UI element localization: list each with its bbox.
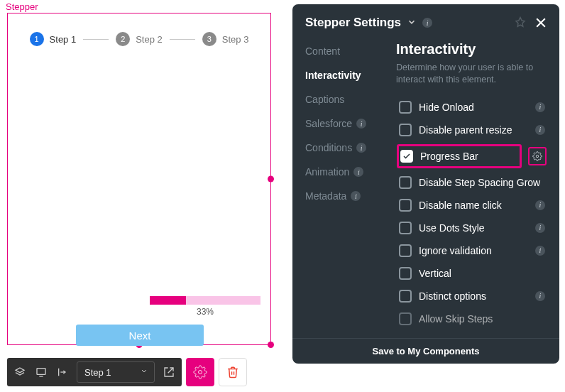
component-label: Stepper xyxy=(6,1,38,12)
step-3[interactable]: 3 Step 3 xyxy=(202,32,249,46)
info-icon[interactable]: i xyxy=(535,291,545,301)
step-connector xyxy=(83,39,109,40)
checkbox-checked[interactable] xyxy=(400,150,413,163)
nav-content[interactable]: Content xyxy=(305,45,392,57)
info-icon[interactable]: i xyxy=(535,125,545,135)
step-1[interactable]: 1 Step 1 xyxy=(30,32,77,46)
option-label: Ignore validation xyxy=(419,245,528,256)
nav-label: Salesforce xyxy=(305,118,352,129)
info-icon[interactable]: i xyxy=(353,167,363,177)
option-label: Hide Onload xyxy=(419,102,528,113)
panel-title[interactable]: Stepper Settings xyxy=(305,16,401,30)
nav-label: Metadata xyxy=(305,190,346,202)
option-label: Disable parent resize xyxy=(419,124,528,136)
option-label: Distinct options xyxy=(419,290,528,302)
step-connector xyxy=(170,39,195,40)
stepper-component[interactable]: 1 Step 1 2 Step 2 3 Step 3 33% Next xyxy=(7,13,271,345)
option-label: Progress Bar xyxy=(420,151,518,162)
resize-handle-corner[interactable] xyxy=(268,342,274,348)
option-allow-skip[interactable]: Allow Skip Steps xyxy=(396,307,548,330)
checkbox[interactable] xyxy=(399,244,412,257)
option-distinct-options[interactable]: Distinct options i xyxy=(396,285,548,307)
checkbox[interactable] xyxy=(399,222,412,234)
option-disable-parent-resize[interactable]: Disable parent resize i xyxy=(396,119,548,141)
nav-animation[interactable]: Animation i xyxy=(305,166,392,178)
step-dropdown-value: Step 1 xyxy=(84,367,111,378)
svg-point-4 xyxy=(536,155,539,158)
pin-icon[interactable] xyxy=(514,16,527,29)
steps-row: 1 Step 1 2 Step 2 3 Step 3 xyxy=(8,13,270,46)
checkbox[interactable] xyxy=(399,124,412,136)
step-number-badge: 3 xyxy=(202,32,216,46)
info-icon[interactable]: i xyxy=(351,191,361,201)
nav-conditions[interactable]: Conditions i xyxy=(305,142,392,153)
nav-label: Animation xyxy=(305,166,349,178)
screen-icon[interactable] xyxy=(34,365,48,379)
settings-panel: Stepper Settings i Content Interactivity… xyxy=(292,4,559,364)
component-toolbar: Step 1 xyxy=(7,356,271,388)
close-button[interactable] xyxy=(532,14,549,31)
progress-track xyxy=(150,296,260,305)
chevron-down-icon[interactable] xyxy=(407,17,417,29)
nav-salesforce[interactable]: Salesforce i xyxy=(305,118,392,129)
nav-metadata[interactable]: Metadata i xyxy=(305,190,392,202)
option-disable-name-click[interactable]: Disable name click i xyxy=(396,194,548,217)
option-ignore-validation[interactable]: Ignore validation i xyxy=(396,239,548,262)
info-icon[interactable]: i xyxy=(356,119,366,129)
option-label: Disable Step Spacing Grow xyxy=(419,177,545,188)
progress-bar: 33% xyxy=(150,296,260,317)
step-label: Step 2 xyxy=(136,34,163,45)
option-label: Use Dots Style xyxy=(419,222,528,234)
option-hide-onload[interactable]: Hide Onload i xyxy=(396,96,548,119)
nav-captions[interactable]: Captions xyxy=(305,94,392,105)
panel-header: Stepper Settings i xyxy=(292,4,559,38)
layers-icon[interactable] xyxy=(13,365,27,379)
option-disable-step-spacing[interactable]: Disable Step Spacing Grow xyxy=(396,171,548,194)
progress-text: 33% xyxy=(150,307,260,317)
checkbox[interactable] xyxy=(399,290,412,303)
open-external-icon[interactable] xyxy=(162,365,176,379)
info-icon[interactable]: i xyxy=(535,200,545,210)
step-label: Step 3 xyxy=(222,34,249,45)
chevron-down-icon xyxy=(140,367,148,378)
option-label: Vertical xyxy=(419,268,545,279)
section-subtitle: Determine how your user is able to inter… xyxy=(396,62,548,86)
checkbox[interactable] xyxy=(399,101,412,114)
info-icon[interactable]: i xyxy=(422,18,432,28)
delete-button[interactable] xyxy=(219,358,247,386)
step-number-badge: 2 xyxy=(116,32,130,46)
option-use-dots-style[interactable]: Use Dots Style i xyxy=(396,217,548,239)
option-progress-bar[interactable]: Progress Bar xyxy=(397,145,521,168)
resize-handle-right[interactable] xyxy=(268,176,274,183)
checkbox[interactable] xyxy=(399,267,412,280)
progress-fill xyxy=(150,296,186,305)
option-label: Allow Skip Steps xyxy=(419,313,545,325)
align-left-icon[interactable] xyxy=(55,365,70,379)
svg-point-1 xyxy=(199,371,202,374)
checkbox[interactable] xyxy=(399,176,412,189)
next-button[interactable]: Next xyxy=(76,325,204,346)
step-2[interactable]: 2 Step 2 xyxy=(116,32,163,46)
info-icon[interactable]: i xyxy=(356,143,366,153)
nav-interactivity[interactable]: Interactivity xyxy=(305,70,392,81)
nav-label: Conditions xyxy=(305,142,352,153)
panel-content[interactable]: Interactivity Determine how your user is… xyxy=(392,38,559,338)
info-icon[interactable]: i xyxy=(535,246,545,256)
option-vertical[interactable]: Vertical xyxy=(396,262,548,285)
svg-rect-0 xyxy=(37,369,45,375)
step-label: Step 1 xyxy=(50,34,77,45)
checkbox[interactable] xyxy=(399,312,412,325)
panel-nav: Content Interactivity Captions Salesforc… xyxy=(292,38,392,338)
option-settings-button[interactable] xyxy=(528,147,547,165)
step-dropdown[interactable]: Step 1 xyxy=(77,361,155,383)
info-icon[interactable]: i xyxy=(535,102,545,112)
section-title: Interactivity xyxy=(396,41,548,58)
option-label: Disable name click xyxy=(419,200,528,211)
step-number-badge: 1 xyxy=(30,32,44,46)
info-icon[interactable]: i xyxy=(535,223,545,233)
toolbar-dark-group: Step 1 xyxy=(7,358,182,386)
settings-button[interactable] xyxy=(186,358,214,386)
save-to-components-button[interactable]: Save to My Components xyxy=(292,338,559,364)
checkbox[interactable] xyxy=(399,199,412,212)
